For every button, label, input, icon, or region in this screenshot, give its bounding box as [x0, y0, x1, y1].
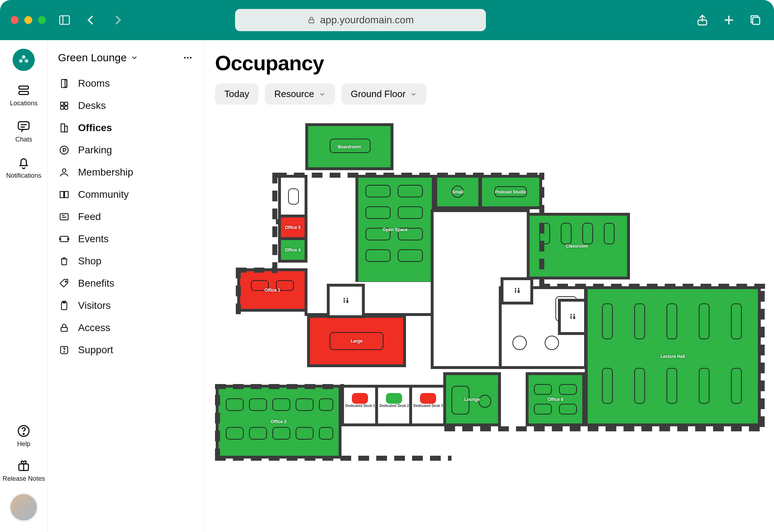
- svg-point-29: [60, 146, 68, 154]
- svg-point-30: [62, 169, 66, 172]
- rail-label: Notifications: [6, 172, 41, 179]
- svg-rect-32: [60, 214, 68, 220]
- window-minimize[interactable]: [24, 16, 32, 24]
- svg-point-7: [22, 55, 25, 59]
- sidebar-item-desks[interactable]: Desks: [54, 95, 197, 117]
- person-icon: [58, 166, 70, 178]
- restroom-right: [561, 302, 584, 332]
- svg-rect-26: [64, 106, 68, 109]
- rail-item-locations[interactable]: Locations: [10, 83, 38, 107]
- space-switcher[interactable]: Green Lounge: [58, 52, 138, 64]
- room-boardroom[interactable]: Boardroom: [308, 126, 391, 167]
- table-icon: [512, 336, 527, 350]
- restroom-icon: [568, 312, 577, 322]
- rail-item-notifications[interactable]: Notifications: [6, 155, 41, 179]
- url-bar[interactable]: app.yourdomain.com: [235, 9, 486, 31]
- floorplan[interactable]: Boardroom Office 5 Office 4 Office 1: [215, 126, 763, 477]
- room-office4[interactable]: Office 4: [281, 240, 305, 260]
- desk-icon: [288, 188, 299, 205]
- sidebar-item-label: Rooms: [78, 78, 110, 89]
- desk-icon: [366, 185, 391, 197]
- page-title: Occupancy: [215, 51, 763, 75]
- sidebar-item-parking[interactable]: Parking: [54, 139, 197, 161]
- sidebar-item-access[interactable]: Access: [54, 317, 197, 339]
- room-lecture-hall[interactable]: Lecture Hall: [588, 289, 758, 423]
- sidebar-item-events[interactable]: Events: [54, 228, 197, 250]
- room-dd1[interactable]: Dedicated Desk 1: [344, 388, 376, 423]
- svg-rect-24: [64, 102, 68, 105]
- tabs-overview-icon[interactable]: [747, 12, 763, 28]
- desk-icon: [561, 223, 572, 244]
- wall: [215, 384, 220, 459]
- room-office5[interactable]: Office 5: [281, 217, 305, 237]
- wall: [236, 268, 277, 273]
- sidebar-item-rooms[interactable]: Rooms: [54, 72, 197, 95]
- sidebar-item-feed[interactable]: Feed: [54, 206, 197, 228]
- grid-icon: [58, 100, 70, 112]
- parking-icon: [58, 144, 70, 156]
- user-avatar[interactable]: [10, 493, 38, 521]
- new-tab-icon[interactable]: [721, 12, 737, 28]
- desk-icon: [249, 427, 267, 440]
- desk-icon: [249, 398, 267, 411]
- sidebar-item-community[interactable]: Community: [54, 183, 197, 206]
- bell-icon: [16, 155, 31, 170]
- room-label: Lecture Hall: [660, 354, 685, 359]
- room-dd3[interactable]: Dedicated Desk 3: [412, 388, 444, 423]
- sidebar-item-membership[interactable]: Membership: [54, 161, 197, 183]
- desk-icon: [366, 206, 391, 219]
- sidebar-nav: Rooms Desks Offices Parking Membership C…: [54, 72, 197, 361]
- filter-today[interactable]: Today: [215, 83, 258, 105]
- svg-rect-53: [570, 316, 572, 319]
- sidebar-more-button[interactable]: [182, 52, 194, 64]
- wall: [444, 426, 765, 431]
- room-open-space[interactable]: Open Space: [358, 178, 432, 282]
- sidebar-toggle-icon[interactable]: [57, 12, 72, 28]
- sidebar-item-shop[interactable]: Shop: [54, 250, 197, 272]
- window-maximize[interactable]: [38, 16, 46, 24]
- feed-icon: [58, 211, 70, 223]
- room-dd2[interactable]: Dedicated Desk 2: [378, 388, 410, 423]
- nav-forward-icon[interactable]: [110, 12, 125, 28]
- sidebar-item-label: Parking: [78, 144, 112, 156]
- desk-icon: [272, 398, 290, 411]
- svg-point-46: [347, 298, 348, 299]
- room-office2[interactable]: Office 2: [219, 388, 339, 456]
- room-small[interactable]: Small: [437, 178, 478, 206]
- app-logo[interactable]: [13, 49, 35, 71]
- sidebar-item-support[interactable]: Support: [54, 339, 197, 361]
- room-label: Classroom: [566, 244, 588, 249]
- filter-resource[interactable]: Resource: [265, 83, 335, 105]
- room-label: Office 6: [548, 397, 563, 402]
- share-icon[interactable]: [694, 12, 710, 28]
- help-icon: [16, 424, 31, 438]
- sidebar-item-label: Offices: [78, 122, 112, 134]
- sidebar-item-offices[interactable]: Offices: [54, 117, 197, 139]
- room-office1[interactable]: Office 1: [240, 271, 305, 309]
- sidebar-item-label: Community: [78, 189, 129, 200]
- rail-item-chats[interactable]: Chats: [15, 119, 32, 143]
- wall: [272, 173, 277, 273]
- rail-label: Help: [17, 440, 30, 448]
- filter-floor[interactable]: Ground Floor: [341, 83, 426, 105]
- room-podcast[interactable]: Podcast Studio: [482, 178, 539, 206]
- nav-back-icon[interactable]: [83, 12, 99, 28]
- svg-point-52: [570, 314, 572, 315]
- sidebar-item-visitors[interactable]: Visitors: [54, 294, 197, 317]
- room-lounge[interactable]: Lounge: [446, 375, 498, 423]
- svg-rect-0: [60, 16, 70, 24]
- desk-icon: [398, 185, 423, 197]
- room-office6[interactable]: Office 6: [529, 375, 582, 423]
- svg-rect-11: [19, 91, 29, 94]
- rail-item-release-notes[interactable]: Release Notes: [3, 459, 45, 483]
- room-large[interactable]: Large: [310, 318, 403, 364]
- svg-point-38: [65, 281, 67, 282]
- wall: [215, 456, 452, 461]
- svg-rect-6: [753, 18, 760, 25]
- rail-item-help[interactable]: Help: [16, 424, 31, 448]
- desk-icon: [666, 368, 677, 404]
- desk-icon: [582, 223, 593, 244]
- sidebar-item-benefits[interactable]: Benefits: [54, 272, 197, 294]
- svg-rect-12: [18, 122, 29, 130]
- window-close[interactable]: [11, 16, 19, 24]
